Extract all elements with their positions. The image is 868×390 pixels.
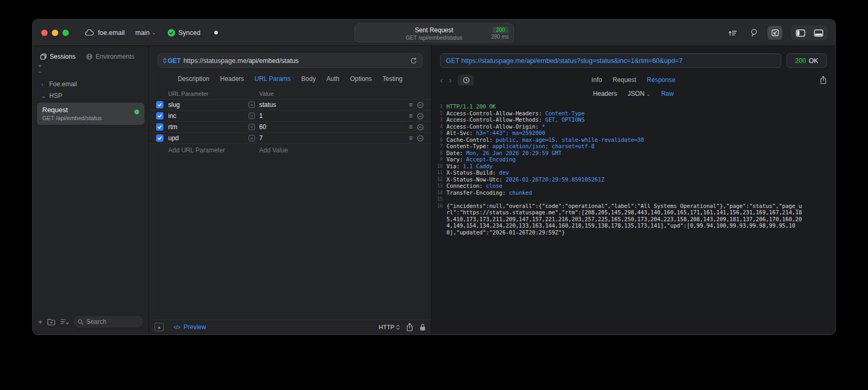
param-value-input[interactable]: 1 [259, 112, 404, 120]
remove-param-icon[interactable] [417, 135, 424, 142]
sidebar-toggle-icon[interactable] [792, 26, 809, 39]
param-value-input[interactable]: 7 [259, 134, 404, 142]
share-icon[interactable] [406, 323, 413, 331]
add-session-icon[interactable]: + [38, 64, 143, 69]
tree-item-foe-email[interactable]: › Foe.email [35, 78, 147, 90]
branch-selector[interactable]: main ⌄ [135, 29, 156, 37]
add-request-icon[interactable]: + [38, 318, 42, 325]
request-tab-options[interactable]: Options [350, 75, 372, 83]
sort-list-icon[interactable] [60, 319, 69, 325]
response-subtab-json[interactable]: JSON⌄ [627, 90, 650, 97]
import-export-button[interactable] [768, 26, 782, 40]
request-tab-auth[interactable]: Auth [326, 75, 340, 83]
line-content: Cache-Control: public, max-age=15, stale… [446, 137, 644, 143]
param-name-input[interactable]: inc [168, 112, 249, 120]
request-url-bar[interactable]: GET https://statuspage.me/api/embed/stat… [158, 53, 423, 68]
activity-widget[interactable]: Sent Request GET /api/embed/status 200 2… [354, 23, 514, 42]
response-subtab-headers[interactable]: Headers [593, 90, 617, 97]
sent-request-line: GET /api/embed/status [355, 34, 514, 41]
param-name-input[interactable]: upd [168, 134, 249, 142]
remove-session-icon[interactable]: − [38, 69, 143, 75]
equals-icon: = [249, 113, 255, 119]
param-checkbox[interactable] [156, 112, 163, 120]
response-tab-info[interactable]: Info [591, 76, 602, 84]
response-request-summary: GET https://statuspage.me/api/embed/stat… [432, 46, 835, 72]
tree-item-label: HSP [49, 92, 62, 99]
response-line: 8Date: Mon, 26 Jan 2026 20:29:59 GMT [434, 150, 832, 157]
request-tab-testing[interactable]: Testing [382, 75, 403, 83]
bottom-panel-toggle-icon[interactable] [810, 26, 827, 39]
add-param-value-placeholder[interactable]: Add Value [259, 147, 404, 154]
new-group-icon[interactable] [47, 319, 56, 325]
line-number: 10 [434, 163, 443, 170]
drag-handle-icon[interactable]: ≡ [409, 102, 413, 107]
tree-item-hsp[interactable]: ⌄ HSP [35, 90, 147, 102]
column-value: Value [259, 90, 404, 97]
line-number: 1 [434, 103, 443, 110]
response-line: 4Access-Control-Allow-Origin: * [434, 123, 832, 130]
param-name-input[interactable]: rtm [168, 123, 249, 131]
preview-label: Preview [184, 323, 206, 331]
response-subtab-raw[interactable]: Raw [661, 90, 674, 97]
minimize-button[interactable] [52, 30, 58, 36]
preview-button[interactable]: </> Preview [173, 323, 206, 331]
project-name[interactable]: foe.email [98, 29, 125, 37]
remove-param-icon[interactable] [417, 102, 424, 108]
check-circle-icon [168, 29, 175, 37]
line-content: Alt-Svc: h3=":443"; ma=2592000 [446, 130, 545, 137]
request-tab-body[interactable]: Body [301, 75, 316, 83]
request-list-item-selected[interactable]: Request GET /api/embed/status [37, 103, 144, 125]
method-selector[interactable]: GET [163, 57, 181, 65]
param-value-input[interactable]: status [259, 101, 404, 108]
response-tab-label: Info [591, 76, 602, 84]
chevron-down-icon: ⌄ [646, 91, 650, 97]
protocol-label: HTTP [379, 324, 395, 330]
drag-handle-icon[interactable]: ≡ [409, 113, 413, 119]
history-clock-button[interactable] [458, 75, 474, 86]
sent-request-url[interactable]: GET https://statuspage.me/api/embed/stat… [440, 53, 781, 68]
response-tab-request[interactable]: Request [613, 76, 636, 84]
response-line: 9Vary: Accept-Encoding [434, 156, 832, 163]
search-input[interactable]: Search [74, 316, 143, 328]
line-number: 8 [434, 150, 443, 157]
resend-request-icon[interactable] [410, 57, 417, 65]
request-url-input[interactable]: https://statuspage.me/api/embed/status [184, 57, 299, 65]
request-tab-description[interactable]: Description [178, 75, 209, 83]
response-body[interactable]: 1HTTP/1.1 200 OK2Access-Control-Allow-He… [432, 102, 835, 334]
add-param-row[interactable]: Add URL Parameter Add Value [149, 144, 431, 156]
param-name-input[interactable]: slug [168, 101, 249, 108]
request-tab-url-params[interactable]: URL Params [254, 75, 290, 83]
lasso-icon[interactable] [746, 26, 761, 40]
export-response-icon[interactable] [820, 76, 827, 84]
expand-panel-icon[interactable]: ▲ [154, 323, 164, 331]
code-icon: </> [173, 324, 180, 330]
protocol-selector[interactable]: HTTP [379, 324, 400, 330]
drag-handle-icon[interactable]: ≡ [409, 135, 413, 141]
history-back-icon[interactable]: ‹ [440, 76, 443, 85]
tab-environments[interactable]: Environments [86, 53, 134, 60]
sync-status[interactable]: Synced [168, 29, 200, 37]
sent-method: GET [446, 57, 460, 65]
remove-param-icon[interactable] [417, 113, 424, 120]
line-number: 6 [434, 137, 443, 143]
response-line: 1HTTP/1.1 200 OK [434, 103, 832, 110]
param-checkbox[interactable] [156, 123, 163, 131]
param-checkbox[interactable] [156, 101, 163, 108]
tab-sessions[interactable]: Sessions [40, 53, 76, 60]
zoom-button[interactable] [62, 30, 69, 36]
add-param-name-placeholder[interactable]: Add URL Parameter [168, 147, 249, 154]
drag-handle-icon[interactable]: ≡ [409, 124, 413, 130]
remove-param-icon[interactable] [417, 124, 424, 131]
sort-responses-button[interactable] [725, 26, 740, 40]
request-tab-label: Auth [326, 75, 340, 83]
lock-icon[interactable] [419, 323, 426, 331]
response-line: 16{"incidents":null,"overall":{"code":"o… [434, 203, 832, 236]
response-status-text: OK [809, 57, 818, 65]
history-forward-icon[interactable]: › [449, 76, 452, 85]
response-tab-response[interactable]: Response [647, 76, 675, 84]
param-checkbox[interactable] [156, 134, 163, 142]
close-button[interactable] [41, 30, 48, 36]
request-tab-label: Options [350, 75, 372, 83]
request-tab-headers[interactable]: Headers [220, 75, 244, 83]
param-value-input[interactable]: 60 [259, 123, 404, 131]
